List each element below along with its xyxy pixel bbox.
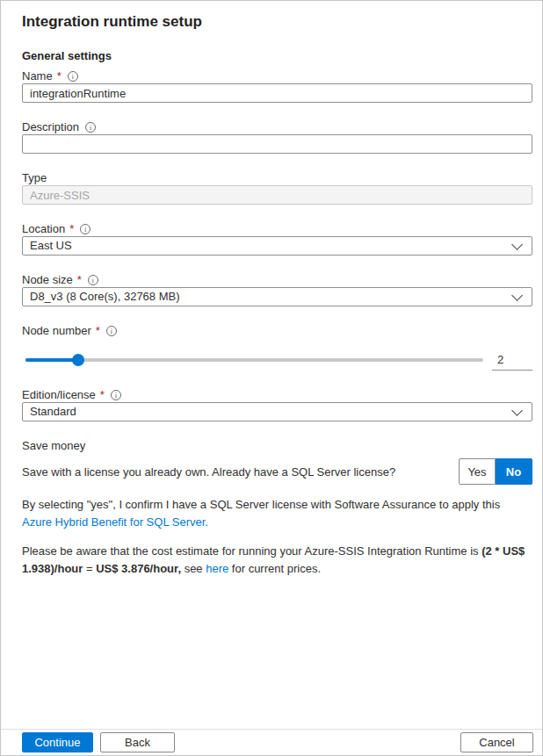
- cancel-button[interactable]: Cancel: [460, 732, 533, 752]
- license-toggle: Yes No: [459, 458, 532, 485]
- info-icon[interactable]: [106, 326, 117, 336]
- type-label: Type: [22, 171, 47, 184]
- cost-end: for current prices.: [228, 562, 321, 575]
- location-label: Location: [22, 222, 65, 235]
- cost-see: see: [181, 562, 206, 575]
- node-number-label-row: Node number *: [22, 323, 532, 338]
- yes-button[interactable]: Yes: [459, 458, 496, 485]
- edition-label: Edition/license: [22, 388, 96, 401]
- node-size-label-row: Node size *: [22, 272, 532, 287]
- footer-bar: Continue Back Cancel: [1, 729, 542, 755]
- info-icon[interactable]: [88, 275, 98, 285]
- info-icon[interactable]: [68, 71, 78, 82]
- required-marker: *: [96, 324, 100, 337]
- description-label-row: Description: [22, 119, 532, 134]
- slider-track[interactable]: [25, 358, 483, 362]
- cost-total: US$ 3.876/hour,: [96, 562, 181, 575]
- node-size-selected-value: D8_v3 (8 Core(s), 32768 MB): [30, 290, 180, 303]
- panel-content: Integration runtime setup General settin…: [1, 1, 542, 578]
- chevron-down-icon: [511, 405, 523, 416]
- description-input[interactable]: [22, 134, 532, 154]
- cost-equals: =: [83, 562, 96, 575]
- chevron-down-icon: [511, 239, 523, 250]
- location-label-row: Location *: [22, 221, 532, 236]
- edition-selected-value: Standard: [30, 405, 76, 418]
- description-label: Description: [22, 120, 79, 133]
- edition-select[interactable]: Standard: [22, 402, 532, 421]
- location-selected-value: East US: [30, 239, 72, 252]
- required-marker: *: [100, 388, 105, 401]
- cost-estimate-paragraph: Please be aware that the cost estimate f…: [22, 543, 532, 578]
- info-icon[interactable]: [85, 122, 96, 133]
- node-number-slider-row: 2: [22, 349, 532, 371]
- azure-hybrid-benefit-link[interactable]: Azure Hybrid Benefit for SQL Server.: [22, 515, 208, 529]
- name-label: Name: [22, 69, 53, 83]
- required-marker: *: [69, 222, 74, 235]
- node-size-select[interactable]: D8_v3 (8 Core(s), 32768 MB): [22, 287, 532, 306]
- required-marker: *: [57, 69, 62, 83]
- save-money-heading: Save money: [22, 438, 532, 453]
- info-icon[interactable]: [80, 224, 90, 234]
- page-title: Integration runtime setup: [22, 11, 532, 32]
- chevron-down-icon: [511, 290, 523, 301]
- node-number-label: Node number: [22, 324, 91, 337]
- license-confirm-paragraph: By selecting "yes", I confirm I have a S…: [22, 496, 532, 531]
- here-link[interactable]: here: [206, 562, 228, 575]
- name-input[interactable]: [22, 83, 532, 103]
- node-size-label: Node size: [22, 273, 73, 286]
- type-input: [22, 185, 532, 205]
- integration-runtime-setup-panel: Integration runtime setup General settin…: [0, 0, 543, 756]
- node-number-slider[interactable]: [25, 354, 483, 366]
- name-label-row: Name *: [22, 68, 532, 83]
- license-question-row: Save with a license you already own. Alr…: [22, 458, 532, 485]
- type-label-row: Type: [22, 170, 532, 185]
- edition-label-row: Edition/license *: [22, 387, 532, 402]
- required-marker: *: [77, 273, 82, 286]
- info-icon[interactable]: [111, 390, 121, 400]
- slider-thumb[interactable]: [72, 354, 84, 366]
- section-general-settings: General settings: [22, 49, 532, 63]
- license-confirm-text: By selecting "yes", I confirm I have a S…: [22, 498, 500, 511]
- continue-button[interactable]: Continue: [22, 732, 93, 752]
- cost-text: Please be aware that the cost estimate f…: [22, 544, 481, 558]
- no-button[interactable]: No: [496, 458, 532, 485]
- back-button[interactable]: Back: [100, 732, 175, 752]
- location-select[interactable]: East US: [22, 236, 532, 256]
- node-number-value[interactable]: 2: [492, 349, 532, 371]
- license-question: Save with a license you already own. Alr…: [22, 465, 395, 479]
- slider-fill: [25, 358, 78, 362]
